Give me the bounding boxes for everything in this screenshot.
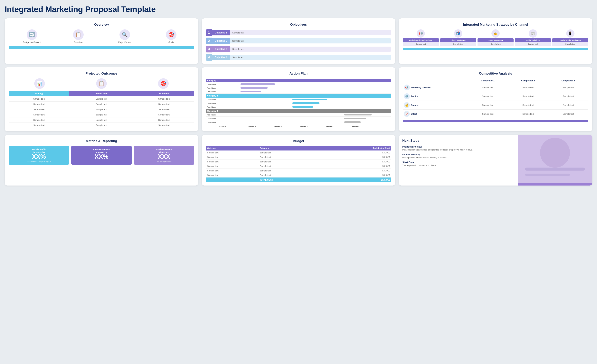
public-relations-box: Public Relations Sample text: [515, 38, 551, 46]
action-plan-table: Category 1 Task Name Task Name Task Name: [206, 78, 391, 128]
obj-text-4: Sample text: [230, 55, 391, 60]
outcomes-cell-5-1: Sample text: [69, 123, 134, 128]
objectives-list: 1 Objective 1 Sample text 2 Objective 2 …: [206, 29, 391, 61]
next-steps-content: Next Steps Proposal Review Please review…: [399, 135, 518, 186]
budget-total-empty: [206, 177, 258, 182]
comp-cell-2-0: Sample text: [468, 101, 508, 110]
main-title: Integrated Marketing Proposal Template: [5, 5, 592, 14]
digital-print-title: Digital & Print Advertising: [403, 38, 439, 42]
budget-table: Category Category Anticipated Cost Sampl…: [206, 146, 391, 182]
ap-task-empty2-2-3: [343, 106, 391, 109]
ap-cat-row-3: Category 3: [206, 109, 391, 113]
outcomes-cell-0-1: Sample text: [69, 96, 134, 102]
ap-task-row-1-2: Task Name: [206, 86, 391, 90]
ap-cat-row-1: Category 1: [206, 79, 391, 82]
metric-value-1: XX%: [73, 153, 130, 160]
digital-print-icon: 📢: [416, 29, 425, 38]
outcomes-header-outcome: Outcome: [134, 91, 194, 96]
comp-row-1: ⚙️TacticsSample textSample textSample te…: [403, 92, 588, 101]
overview-item-2: 🔍 Project Scope: [118, 29, 132, 44]
outcomes-icon-2: 🎯: [158, 78, 169, 89]
overview-icon: 📋: [73, 29, 84, 40]
budget-cell-4-1: Sample text: [258, 168, 318, 173]
budget-header-2: Anticipated Cost: [318, 146, 391, 151]
budget-cell-2-0: Sample text: [206, 159, 258, 164]
obj-num-3: 3: [206, 46, 212, 53]
outcomes-icons: 📊 📋 🎯: [9, 78, 194, 89]
outcomes-cell-0-2: Sample text: [134, 96, 194, 102]
social-media-title: Social Media Marketing: [552, 38, 588, 42]
outcomes-row-0: Sample textSample textSample text: [9, 96, 194, 102]
metric-label-1: Engagement Rate: [73, 148, 130, 150]
projectscope-label: Project Scope: [118, 41, 131, 44]
budget-row-0: Sample textSample text$X,XXX: [206, 151, 391, 155]
budget-total-value: $XX,XXX: [318, 177, 391, 182]
ap-task-name-3-3: Task Name: [206, 121, 239, 124]
objectives-card: Objectives 1 Objective 1 Sample text 2 O…: [202, 18, 395, 64]
next-steps-overlay: [518, 135, 592, 186]
ap-task-name-1-2: Task Name: [206, 86, 239, 90]
ap-task-empty-1-1: [291, 83, 391, 86]
outcomes-cell-1-2: Sample text: [134, 102, 194, 107]
budget-cell-2-2: $X,XXX: [318, 159, 391, 164]
channel-col-0: 📢 Digital & Print Advertising Sample tex…: [403, 29, 439, 46]
budget-cell-1-0: Sample text: [206, 155, 258, 159]
objective-row-1: 1 Objective 1 Sample text: [206, 29, 391, 36]
ap-task-name-2-1: Task Name: [206, 98, 239, 101]
metric-value-0: XX%: [10, 153, 68, 160]
outcomes-cell-2-0: Sample text: [9, 107, 69, 112]
ap-task-empty-2-3: [239, 106, 291, 109]
social-media-box: Social Media Marketing Sample text: [552, 38, 588, 46]
ap-task-row-3-1: Task Name: [206, 113, 391, 117]
metric-box-0: Website Traffic Increase by XX% measured…: [9, 146, 69, 165]
outcomes-icon-1: 📋: [96, 78, 107, 89]
ap-task-row-3-2: Task Name: [206, 117, 391, 120]
comp-row-3: 📈EffectSample textSample textSample text: [403, 110, 588, 118]
ap-task-row-1-3: Task Name: [206, 90, 391, 94]
ap-task-name-1-3: Task Name: [206, 90, 239, 94]
ap-task-empty-2-1: [239, 98, 291, 101]
ap-task-bar-3-3: [343, 121, 391, 124]
projected-outcomes-title: Projected Outcomes: [9, 72, 194, 76]
outcomes-cell-3-1: Sample text: [69, 112, 134, 117]
action-plan-title: Action Plan: [206, 72, 391, 76]
month-label-4: Month 5: [317, 124, 343, 128]
channel-col-1: 📬 Direct Marketing Sample text: [440, 29, 476, 46]
budget-cell-5-1: Sample text: [258, 173, 318, 177]
projected-outcomes-card: Projected Outcomes 📊 📋 🎯 Strategy Action…: [5, 67, 198, 131]
outcomes-cell-1-1: Sample text: [69, 102, 134, 107]
ap-task-bar-2-1: [291, 98, 343, 101]
ap-task-bar-3-2: [343, 117, 391, 120]
obj-label-4: Objective 4: [212, 55, 230, 60]
background-label: Background/Context: [23, 41, 41, 44]
budget-cell-1-1: Sample text: [258, 155, 318, 159]
ap-task-empty-3-2: [239, 117, 343, 120]
outcomes-row-5: Sample textSample textSample text: [9, 123, 194, 128]
metric-box-2: Lead Generation Generate XXX new leads p…: [134, 146, 194, 165]
comp-row-2: 💰BudgetSample textSample textSample text: [403, 101, 588, 110]
budget-row-2: Sample textSample text$X,XXX: [206, 159, 391, 164]
next-step-section-2: Start Date The project will commence on …: [402, 161, 514, 167]
ap-task-row-2-1: Task Name: [206, 98, 391, 101]
next-steps-image: [518, 135, 592, 186]
background-icon: 🔄: [27, 29, 37, 40]
overview-bottom-bar: [9, 46, 194, 49]
ap-cat-label-2: Category 2: [206, 94, 391, 98]
direct-marketing-box: Direct Marketing Sample text: [440, 38, 476, 46]
budget-cell-5-0: Sample text: [206, 173, 258, 177]
months-row: Month 1 Month 2 Month 3 Month 4 Month 5 …: [206, 124, 391, 128]
metric-sub-2: new leads per month: [135, 160, 193, 162]
competitive-analysis-table: Competitor 1 Competitor 2 Competitor 3 📢…: [403, 78, 588, 118]
comp-cell-3-0: Sample text: [468, 110, 508, 118]
budget-title: Budget: [206, 139, 391, 143]
budget-row-3: Sample textSample text$X,XXX: [206, 164, 391, 168]
comp-cell-2-1: Sample text: [508, 101, 548, 110]
obj-num-1: 1: [206, 29, 212, 36]
obj-text-3: Sample text: [230, 46, 391, 52]
budget-cell-3-1: Sample text: [258, 164, 318, 168]
direct-marketing-title: Direct Marketing: [440, 38, 476, 42]
overview-item-0: 🔄 Background/Context: [25, 29, 39, 44]
month-label-empty: [369, 124, 391, 128]
next-step-desc-2: The project will commence on [Date].: [402, 164, 514, 167]
comp-row-label-0: 📢Marketing Channel: [403, 83, 468, 92]
